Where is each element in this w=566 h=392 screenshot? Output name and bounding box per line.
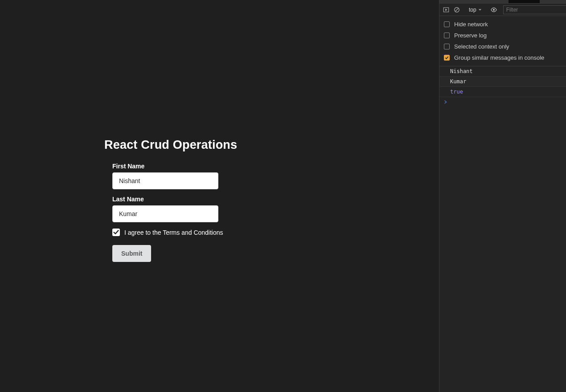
eye-icon[interactable] [491, 7, 497, 13]
option-hide-network[interactable]: Hide network [439, 19, 566, 30]
checkbox-hide-network[interactable] [444, 21, 450, 27]
terms-row: I agree to the Terms and Conditions [112, 229, 336, 236]
svg-line-2 [455, 8, 459, 11]
console-prompt[interactable] [439, 97, 566, 107]
chevron-right-icon [444, 100, 447, 104]
option-label: Preserve log [454, 32, 487, 39]
option-selected-context-only[interactable]: Selected context only [439, 41, 566, 52]
option-label: Group similar messages in console [454, 54, 544, 61]
option-group-similar[interactable]: Group similar messages in console [439, 52, 566, 63]
last-name-label: Last Name [112, 196, 336, 203]
check-icon [445, 56, 449, 60]
first-name-label: First Name [112, 163, 336, 170]
option-label: Hide network [454, 21, 488, 28]
option-preserve-log[interactable]: Preserve log [439, 30, 566, 41]
console-log-entry[interactable]: Kumar [439, 77, 566, 87]
console-log-entry[interactable]: true [439, 87, 566, 97]
console-log-entry[interactable]: Nishant [439, 66, 566, 77]
checkbox-preserve-log[interactable] [444, 33, 450, 38]
context-selector-label: top [469, 7, 476, 13]
console-log: Nishant Kumar true [439, 66, 566, 107]
toggle-sidebar-icon[interactable] [443, 7, 449, 13]
terms-checkbox[interactable] [112, 229, 120, 236]
clear-console-icon[interactable] [454, 7, 460, 13]
first-name-input[interactable] [112, 172, 218, 189]
terms-label: I agree to the Terms and Conditions [124, 229, 223, 236]
crud-form: React Crud Operations First Name Last Na… [104, 138, 336, 262]
svg-point-3 [493, 9, 495, 11]
app-viewport: React Crud Operations First Name Last Na… [0, 0, 439, 392]
chevron-down-icon [478, 8, 482, 12]
context-selector[interactable]: top [469, 7, 482, 13]
option-label: Selected context only [454, 43, 509, 50]
devtools-active-tab[interactable] [509, 0, 540, 3]
page-title: React Crud Operations [104, 138, 336, 152]
devtools-panel: top Hide network Preserve log Selected c… [439, 0, 566, 392]
first-name-field-block: First Name [112, 163, 336, 189]
submit-button[interactable]: Submit [112, 245, 151, 262]
last-name-field-block: Last Name [112, 196, 336, 222]
check-icon [113, 229, 119, 235]
checkbox-selected-context-only[interactable] [444, 44, 450, 49]
console-toolbar: top [439, 4, 566, 16]
console-settings: Hide network Preserve log Selected conte… [439, 16, 566, 66]
last-name-input[interactable] [112, 205, 218, 222]
devtools-tabstrip[interactable] [439, 0, 566, 4]
checkbox-group-similar[interactable] [444, 55, 450, 61]
console-filter-input[interactable] [503, 5, 566, 14]
